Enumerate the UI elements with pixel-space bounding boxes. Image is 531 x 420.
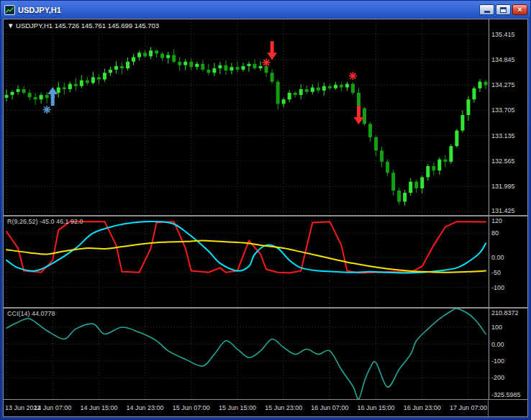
candle-body [132, 58, 135, 62]
cci-indicator-panel[interactable]: CCI(14) 44.0778 210.83721000.00-100-200-… [4, 309, 527, 399]
r-indicator-scale[interactable]: 120800.00-50-100 [489, 216, 527, 307]
candle-body [137, 52, 141, 57]
candle-body [380, 150, 384, 161]
candle-body [460, 115, 464, 131]
candle-body [271, 73, 274, 81]
axis-price-label: 120 [491, 217, 502, 224]
axis-price-label: 100 [491, 324, 502, 331]
r-indicator-panel[interactable]: R(9,26,52) -45.0 46.1 92.0 120800.00-50-… [4, 216, 527, 307]
axis-price-label: 131.995 [491, 183, 515, 190]
candle-body [149, 50, 153, 56]
time-axis-label: 17 Jun 07:00 [450, 404, 487, 411]
candle-body [218, 65, 222, 68]
candle-body [248, 64, 251, 66]
axis-price-label: 135.415 [491, 31, 515, 38]
candle-body [126, 62, 130, 68]
time-axis-label: 14 Jun 15:00 [80, 404, 117, 411]
candle-body [80, 81, 83, 86]
candle-body [68, 84, 72, 89]
candle-body [276, 82, 280, 104]
axis-price-label: 132.565 [491, 158, 515, 165]
candle-body [386, 162, 389, 173]
candle-body [478, 82, 481, 88]
candle-body [57, 88, 60, 93]
signal-star-icon[interactable] [43, 106, 51, 114]
cci-line [6, 309, 486, 399]
ohlc-label: ▼ USDJPY,H1 145.726 145.761 145.699 145.… [7, 22, 159, 29]
candle-body [201, 64, 204, 70]
axis-price-label: 210.8372 [491, 309, 519, 316]
time-scale[interactable]: 13 Jun 202214 Jun 07:0014 Jun 15:0014 Ju… [4, 399, 527, 416]
axis-price-label: -325.5985 [491, 391, 521, 398]
axis-price-label: 131.425 [491, 207, 515, 214]
window-title: USDJPY,H1 [18, 6, 476, 14]
axis-price-label: -100 [491, 357, 504, 365]
signal-star-icon[interactable] [349, 72, 357, 80]
candle-body [334, 85, 337, 88]
price-panel[interactable]: ▼ USDJPY,H1 145.726 145.761 145.699 145.… [4, 19, 527, 215]
candle-body [206, 70, 210, 73]
candle-body [212, 68, 216, 73]
candlestick-chart[interactable] [4, 19, 489, 215]
candle-body [230, 67, 233, 70]
r-indicator-label: R(9,26,52) -45.0 46.1 92.0 [7, 218, 83, 225]
axis-price-label: -200 [491, 374, 504, 381]
candles [5, 47, 488, 206]
candle-body [322, 86, 326, 91]
axis-price-label: -50 [491, 269, 501, 276]
candle-body [305, 89, 309, 92]
candle-body [183, 62, 187, 65]
candle-body [294, 93, 297, 95]
time-axis-label: 14 Jun 23:00 [127, 404, 164, 411]
candle-body [340, 85, 343, 88]
candle-body [11, 92, 14, 95]
candle-body [166, 55, 170, 58]
candle-body [114, 66, 118, 70]
restore-button[interactable] [496, 4, 511, 15]
chart-icon [4, 5, 15, 15]
candle-body [91, 77, 95, 83]
close-button[interactable]: × [512, 4, 527, 15]
candle-body [397, 191, 401, 201]
axis-price-label: 0.00 [491, 341, 504, 348]
candle-body [160, 54, 164, 58]
title-bar[interactable]: USDJPY,H1 × [3, 2, 528, 19]
candle-body [97, 77, 101, 79]
candle-body [432, 166, 435, 170]
candle-body [155, 50, 158, 53]
candle-body [299, 89, 303, 95]
candle-body [34, 97, 37, 99]
candle-body [391, 173, 395, 191]
candle-body [178, 62, 181, 65]
time-axis-label: 15 Jun 07:00 [173, 404, 210, 411]
candle-body [351, 84, 355, 93]
sell-arrow-icon[interactable] [267, 41, 277, 60]
axis-price-label: -100 [491, 284, 504, 291]
cci-indicator-scale[interactable]: 210.83721000.00-100-200-325.5985 [489, 309, 527, 399]
candle-body [282, 99, 286, 104]
axis-price-label: 80 [491, 229, 499, 237]
candle-body [311, 88, 314, 92]
candle-body [403, 193, 407, 201]
chart-area: ▼ USDJPY,H1 145.726 145.761 145.699 145.… [3, 19, 528, 417]
candle-body [143, 52, 147, 56]
cci-indicator-chart[interactable] [4, 309, 489, 399]
candle-body [74, 84, 78, 86]
price-scale[interactable]: 135.415134.845134.275133.705133.135132.5… [489, 19, 527, 215]
candle-body [455, 131, 458, 147]
candle-body [259, 66, 263, 68]
candle-body [414, 182, 418, 188]
candle-body [224, 65, 227, 70]
time-axis-label: 16 Jun 23:00 [404, 404, 441, 411]
candle-body [288, 93, 291, 99]
candle-body [63, 88, 66, 89]
candle-body [28, 93, 32, 97]
minimize-button[interactable] [479, 4, 494, 15]
sell-arrow-icon[interactable] [353, 106, 363, 124]
buy-arrow-icon[interactable] [47, 87, 58, 106]
signal-star-icon[interactable] [263, 58, 271, 66]
candle-body [40, 95, 43, 99]
candle-body [449, 146, 453, 162]
r-indicator-chart[interactable] [4, 216, 489, 307]
axis-price-label: 134.275 [491, 81, 515, 88]
